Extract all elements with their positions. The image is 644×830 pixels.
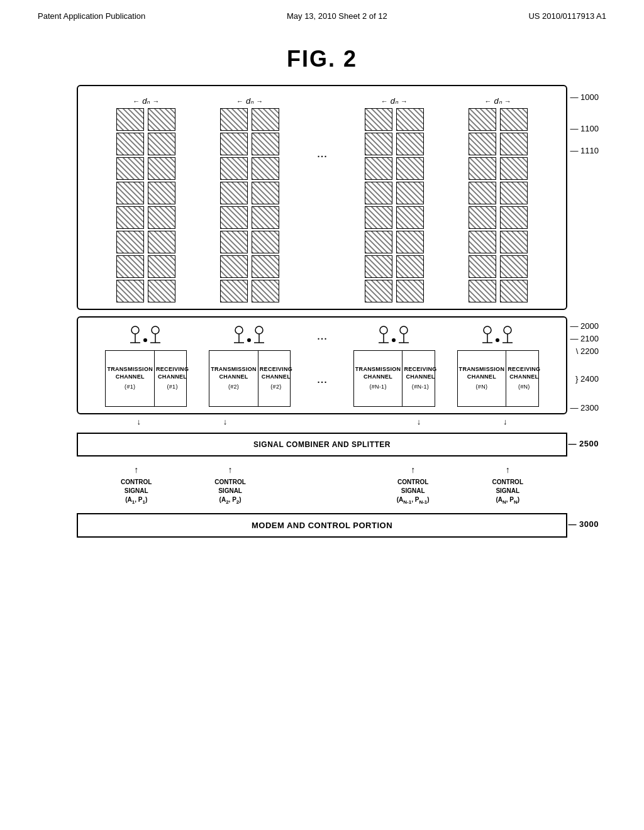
antenna-cell <box>396 231 424 253</box>
signal-combiner-label: SIGNAL COMBINER AND SPLITTER <box>253 440 391 449</box>
label-1100: — 1100 <box>570 124 599 133</box>
transceiver-n: TRANSMISSIONCHANNEL (#N) RECEIVINGCHANNE… <box>454 350 542 407</box>
page: Patent Application Publication May 13, 2… <box>0 0 644 830</box>
control-signals-row: ↑ CONTROLSIGNAL(A1, P1) ↑ CONTROLSIGNAL(… <box>77 460 567 509</box>
antenna-cell <box>116 157 144 180</box>
antenna-cell <box>252 206 279 229</box>
antenna-cell <box>116 108 144 131</box>
antenna-cell <box>365 280 392 302</box>
label-1110: — 1110 <box>570 146 599 155</box>
channel-pair-2: TRANSMISSIONCHANNEL (#2) RECEIVINGCHANNE… <box>209 350 291 407</box>
antenna-cell <box>252 108 279 131</box>
antenna-svg-2 <box>228 324 272 346</box>
antenna-cell <box>116 255 144 278</box>
rx-channel-2: RECEIVINGCHANNEL (#2) <box>258 351 294 406</box>
antenna-cell <box>148 280 175 302</box>
channel-pair-n: TRANSMISSIONCHANNEL (#N) RECEIVINGCHANNE… <box>457 350 539 407</box>
antenna-cell <box>220 206 248 229</box>
label-2000: — 2000 <box>570 321 599 331</box>
svg-point-0 <box>131 326 139 334</box>
antenna-grid-4 <box>469 108 528 302</box>
antenna-cell <box>116 231 144 253</box>
antenna-cell <box>469 255 496 278</box>
antenna-cell <box>396 206 424 229</box>
antenna-cell <box>252 157 279 180</box>
dn-label-g2: ← dₙ → <box>206 96 294 106</box>
antenna-grid-1 <box>116 108 175 302</box>
label-1000: — 1000 <box>570 92 599 102</box>
svg-point-21 <box>484 326 491 334</box>
box-1000: — 1000 — 1100 — 1110 ← dₙ → ← dₙ → <box>77 85 567 310</box>
antenna-cell <box>469 108 496 131</box>
svg-point-3 <box>152 326 159 334</box>
antenna-cell <box>500 206 528 229</box>
antenna-cell <box>116 280 144 302</box>
control-signal-n: ↑ CONTROLSIGNAL(AN, PN) <box>492 464 523 506</box>
antenna-cell <box>252 182 279 204</box>
rx-num-1: (#1) <box>167 384 178 391</box>
header: Patent Application Publication May 13, 2… <box>0 0 644 27</box>
channel-boxes-row: TRANSMISSIONCHANNEL (#1) RECEIVINGCHANNE… <box>88 350 556 407</box>
ctrl-arrow-1: ↑ <box>134 464 138 477</box>
label-3000: — 3000 <box>568 519 599 529</box>
svg-point-17 <box>400 326 408 334</box>
antenna-cell <box>396 108 424 131</box>
svg-point-13 <box>247 338 251 342</box>
channel-pair-n1: TRANSMISSIONCHANNEL (#N-1) RECEIVINGCHAN… <box>353 350 435 407</box>
ant-sym-1 <box>102 324 190 346</box>
tx-channel-2: TRANSMISSIONCHANNEL (#2) <box>209 351 258 406</box>
antenna-cell <box>148 206 175 229</box>
control-signal-2: ↑ CONTROLSIGNAL(A2, P2) <box>214 464 245 506</box>
antenna-cell <box>220 182 248 204</box>
antenna-cell <box>469 280 496 302</box>
antenna-cell <box>116 206 144 229</box>
main-diagram: — 1000 — 1100 — 1110 ← dₙ → ← dₙ → <box>77 85 567 538</box>
arrow-3: ↓ <box>417 417 421 426</box>
dn-label-g3: ← dₙ → <box>350 96 438 106</box>
svg-point-14 <box>380 326 387 334</box>
antenna-group-1 <box>102 108 190 302</box>
svg-point-7 <box>235 326 243 334</box>
transceiver-n1: TRANSMISSIONCHANNEL (#N-1) RECEIVINGCHAN… <box>350 350 438 407</box>
header-left: Patent Application Publication <box>38 11 145 21</box>
antenna-cell <box>365 157 392 180</box>
antenna-grids-row: ... <box>88 108 556 302</box>
antenna-cell <box>365 108 392 131</box>
antenna-cell <box>220 231 248 253</box>
antenna-cell <box>365 182 392 204</box>
ctrl-spacer <box>309 464 334 506</box>
tx-num-n: (#N) <box>476 384 488 391</box>
antenna-cell <box>500 231 528 253</box>
antenna-cell <box>220 157 248 180</box>
antenna-cell <box>396 157 424 180</box>
antenna-svg-4 <box>476 324 520 346</box>
antenna-cell <box>396 182 424 204</box>
arrow-2: ↓ <box>223 417 228 426</box>
antenna-cell <box>148 108 175 131</box>
antenna-cell <box>500 255 528 278</box>
antenna-cell <box>252 133 279 155</box>
ant-sym-2 <box>206 324 294 346</box>
ctrl-arrow-n: ↑ <box>506 464 510 477</box>
transceiver-1: TRANSMISSIONCHANNEL (#1) RECEIVINGCHANNE… <box>102 350 190 407</box>
dn-labels-row: ← dₙ → ← dₙ → ← dₙ → <box>88 96 556 106</box>
antenna-cell <box>148 255 175 278</box>
tx-channel-1: TRANSMISSIONCHANNEL (#1) <box>106 351 155 406</box>
ctrl-label-1: CONTROLSIGNAL(A1, P1) <box>121 478 152 506</box>
antenna-cell <box>220 255 248 278</box>
antenna-cell <box>148 157 175 180</box>
antenna-cell <box>469 231 496 253</box>
dots-separator: ... <box>309 108 335 160</box>
antenna-cell <box>500 157 528 180</box>
ctrl-arrow-2: ↑ <box>228 464 233 477</box>
svg-point-24 <box>504 326 511 334</box>
rx-channel-1: RECEIVINGCHANNEL (#1) <box>155 351 190 406</box>
transceiver-2: TRANSMISSIONCHANNEL (#2) RECEIVINGCHANNE… <box>206 350 294 407</box>
antenna-svg-1 <box>124 324 168 346</box>
antenna-cell <box>500 280 528 302</box>
antenna-cell <box>365 255 392 278</box>
rx-channel-n1: RECEIVINGCHANNEL (#N-1) <box>402 351 438 406</box>
antenna-cell <box>500 182 528 204</box>
antenna-grid-2 <box>220 108 279 302</box>
antenna-cell <box>365 133 392 155</box>
